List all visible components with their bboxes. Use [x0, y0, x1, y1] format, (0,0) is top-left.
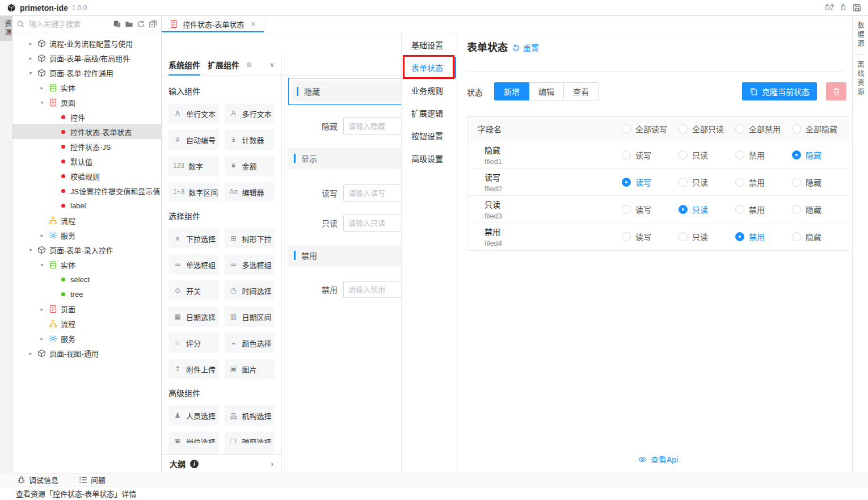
nav-item-form-state[interactable]: 表单状态	[402, 56, 457, 79]
palette-component[interactable]: ◒ 颜色选择	[225, 333, 275, 353]
caret-down-icon[interactable]: ▾	[27, 247, 34, 253]
tree-item[interactable]: 流程	[12, 316, 161, 331]
selected-component-outline[interactable]: 隐藏	[288, 78, 401, 105]
caret-down-icon[interactable]: ▾	[39, 262, 45, 268]
datasource-rail-tab[interactable]: 数据源	[856, 16, 865, 54]
radio-icon[interactable]	[792, 178, 801, 187]
palette-component[interactable]: ♟ 人员选择	[168, 405, 219, 426]
tree-item[interactable]: ▸流程-业务流程配置与使用	[12, 36, 161, 51]
tree-item[interactable]: select	[12, 272, 161, 287]
close-icon[interactable]: ×	[251, 19, 255, 28]
editor-tab-active[interactable]: 控件状态-表单状态 ×	[162, 16, 264, 32]
tree-item[interactable]: 校验规则	[12, 169, 161, 183]
palette-component[interactable]: ⊞ 树形下拉	[225, 228, 275, 249]
nav-item-advanced-settings[interactable]: 高级设置	[402, 147, 457, 170]
option-readonly-selected[interactable]: 只读	[679, 204, 735, 215]
tree-item[interactable]: 默认值	[12, 154, 161, 169]
caret-right-icon[interactable]: ▸	[27, 350, 34, 356]
option-disabled[interactable]: 禁用	[735, 149, 792, 161]
radio-icon[interactable]	[792, 232, 801, 241]
caret-right-icon[interactable]: ▸	[27, 40, 34, 47]
pin-icon[interactable]	[247, 62, 251, 67]
tree-item[interactable]: 控件	[12, 110, 161, 124]
option-readwrite[interactable]: 读写	[622, 149, 679, 161]
radio-icon[interactable]	[735, 150, 744, 159]
header-option-all-readonly[interactable]: 全部只读	[679, 123, 735, 135]
radio-checked-icon[interactable]	[679, 205, 688, 214]
chevron-down-icon[interactable]: ∨	[269, 61, 275, 69]
view-api-link[interactable]: 查看Api	[467, 453, 849, 465]
palette-component[interactable]: ∨ 下拉选择	[168, 228, 219, 249]
palette-component[interactable]: ≕ 多选框组	[225, 254, 275, 275]
palette-component[interactable]: 品 机构选择	[225, 405, 275, 426]
palette-component[interactable]: A≡ 编辑器	[225, 182, 275, 202]
delete-state-button[interactable]	[826, 82, 846, 100]
state-option-new[interactable]: 新增	[494, 82, 529, 100]
refresh-icon[interactable]	[137, 20, 145, 28]
collapse-all-icon[interactable]	[149, 20, 157, 28]
state-option-view[interactable]: 查看	[563, 82, 599, 100]
palette-component[interactable]: ☆ 评分	[168, 333, 219, 353]
text-input[interactable]	[343, 184, 401, 201]
palette-component[interactable]: ▣ 图片	[225, 359, 275, 379]
radio-icon[interactable]	[735, 124, 744, 133]
chevron-right-icon[interactable]: ›	[271, 459, 273, 468]
palette-component[interactable]: ⊙ 开关	[168, 280, 219, 301]
debug-info-tab[interactable]: 调试信息	[17, 474, 58, 485]
radio-icon[interactable]	[679, 150, 688, 159]
palette-component[interactable]: 1~3 数字区间	[168, 182, 219, 202]
outline-bar[interactable]: 大纲 i ›	[162, 454, 281, 473]
tree-item[interactable]: ▾页面-表单-录入控件	[12, 242, 161, 257]
palette-component[interactable]: # 自动编号	[168, 129, 219, 150]
radio-checked-icon[interactable]	[622, 178, 631, 187]
nav-item-business-rules[interactable]: 业务规则	[402, 79, 457, 102]
option-readwrite-selected[interactable]: 读写	[622, 177, 679, 188]
caret-down-icon[interactable]: ▾	[39, 99, 45, 106]
section-header[interactable]: 禁用	[288, 245, 401, 266]
radio-checked-icon[interactable]	[735, 232, 744, 241]
reset-link[interactable]: 重置	[512, 42, 539, 53]
option-readwrite[interactable]: 读写	[622, 231, 679, 242]
radio-icon[interactable]	[679, 232, 688, 241]
tree-item[interactable]: 流程	[12, 213, 161, 228]
palette-component[interactable]: ≔ 单选框组	[168, 254, 219, 275]
tree-item[interactable]: tree	[12, 287, 161, 301]
palette-component[interactable]: ▥ 日期区间	[225, 306, 275, 327]
radio-icon[interactable]	[679, 178, 688, 187]
palette-component[interactable]: ¥ 金额	[225, 156, 275, 176]
tree-item[interactable]: ▸页面-视图-通用	[12, 346, 161, 360]
tab-system-components[interactable]: 系统组件	[168, 54, 200, 75]
option-disabled[interactable]: 禁用	[735, 177, 792, 188]
new-folder-icon[interactable]	[125, 20, 133, 28]
nav-item-button-settings[interactable]: 按钮设置	[402, 124, 457, 147]
tree-item-selected[interactable]: 控件状态-表单状态	[12, 124, 161, 139]
header-option-all-disabled[interactable]: 全部禁用	[735, 123, 792, 135]
palette-component[interactable]: 123 数字	[168, 156, 219, 176]
option-hidden[interactable]: 隐藏	[792, 177, 849, 188]
caret-right-icon[interactable]: ▸	[39, 306, 45, 312]
option-readwrite[interactable]: 读写	[622, 204, 679, 215]
option-disabled-selected[interactable]: 禁用	[735, 231, 792, 242]
glyph-icon[interactable]: ĎŽ	[825, 4, 834, 12]
tab-extension-components[interactable]: 扩展组件	[208, 54, 239, 75]
nav-item-extension-logic[interactable]: 扩展逻辑	[402, 102, 457, 124]
caret-right-icon[interactable]: ▸	[39, 335, 45, 342]
text-input[interactable]	[343, 281, 401, 298]
tree-item[interactable]: ▸实体	[12, 80, 161, 95]
tree-item[interactable]: 控件状态-JS	[12, 139, 161, 154]
tree-item[interactable]: JS设置控件提交值和显示值	[12, 183, 161, 198]
import-icon[interactable]	[113, 20, 121, 28]
option-readonly[interactable]: 只读	[679, 231, 735, 242]
tree-item[interactable]: ▾页面-表单-控件通用	[12, 65, 161, 80]
resources-rail-tab[interactable]: 资源	[0, 16, 12, 41]
palette-component[interactable]: ± 计数器	[225, 129, 275, 150]
header-option-all-hidden[interactable]: 全部隐藏	[792, 123, 849, 135]
text-input[interactable]	[343, 117, 401, 135]
clone-state-button[interactable]: 克隆当前状态	[742, 82, 817, 100]
option-readonly[interactable]: 只读	[679, 177, 735, 188]
save-icon[interactable]	[853, 3, 861, 12]
radio-icon[interactable]	[622, 232, 631, 241]
option-hidden-selected[interactable]: 隐藏	[792, 149, 849, 161]
palette-component[interactable]: ▦ 日期选择	[168, 306, 219, 327]
caret-right-icon[interactable]: ▸	[39, 85, 45, 91]
